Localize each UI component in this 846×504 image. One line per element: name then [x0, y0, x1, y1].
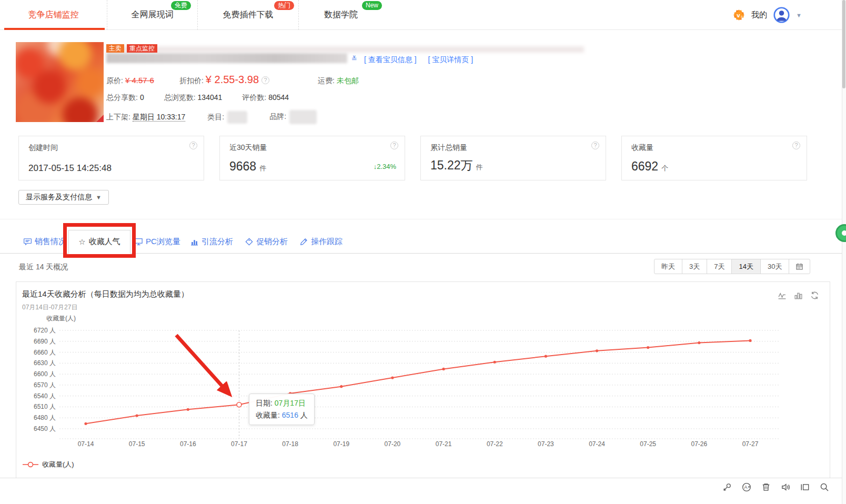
- shipping-value: 未包邮: [337, 76, 359, 86]
- tab-sales[interactable]: 销售情况: [24, 230, 66, 254]
- toggle-service-info-button[interactable]: 显示服务及支付信息 ▼: [18, 190, 109, 205]
- card-unit: 件: [259, 164, 266, 173]
- tab-pc-views[interactable]: PC浏览量: [135, 230, 180, 254]
- svg-text:6660 人: 6660 人: [34, 349, 56, 356]
- help-icon[interactable]: ?: [261, 76, 269, 84]
- tab-label: 销售情况: [35, 237, 66, 247]
- speaker-icon[interactable]: [781, 482, 790, 492]
- favorites-line-chart[interactable]: 收藏量(人)6450 人6480 人6510 人6540 人6570 人6600…: [16, 313, 830, 470]
- calendar-button[interactable]: [789, 259, 810, 274]
- help-icon[interactable]: ?: [189, 142, 197, 149]
- tab-label: 收藏人气: [89, 237, 120, 247]
- nav-tab-plugin-download[interactable]: 免费插件下载 热门: [198, 0, 299, 30]
- bottom-toolbar: A: [0, 478, 846, 504]
- review-count-value: 80544: [268, 93, 289, 102]
- seller-mini-icon: ≚: [351, 55, 357, 63]
- chart-date-range: 07月14日-07月27日: [22, 303, 77, 312]
- item-detail-page-link[interactable]: [ 宝贝详情页 ]: [428, 55, 474, 65]
- tab-traffic-analysis[interactable]: 引流分析: [190, 230, 233, 254]
- search-icon[interactable]: [820, 482, 829, 492]
- svg-text:07-15: 07-15: [129, 440, 145, 448]
- vip-level-icon[interactable]: v 3: [733, 9, 745, 21]
- line-chart-view-icon[interactable]: [778, 291, 787, 300]
- svg-text:07-19: 07-19: [333, 440, 349, 448]
- card-unit: 个: [661, 164, 668, 173]
- tab-promotion-analysis[interactable]: 促销分析: [245, 230, 288, 254]
- monitor-icon: [135, 238, 143, 246]
- svg-text:07-18: 07-18: [282, 440, 298, 448]
- svg-text:6510 人: 6510 人: [34, 403, 56, 410]
- tab-operation-tracking[interactable]: 操作跟踪: [300, 230, 343, 254]
- shipping-label: 运费:: [318, 76, 335, 86]
- nav-tab-shop-monitor[interactable]: 竞争店铺监控: [0, 0, 107, 30]
- my-account-label[interactable]: 我的: [751, 10, 767, 20]
- stat-card-sales-30d: 近30天销量 ? 9668 件 ↓2.34%: [219, 136, 405, 180]
- avatar[interactable]: [773, 7, 790, 23]
- trash-icon[interactable]: [761, 482, 771, 492]
- card-title: 创建时间: [28, 143, 194, 153]
- range-3d[interactable]: 3天: [682, 259, 707, 274]
- price-row: 原价: ¥ 4.57-6 折扣价: ¥ 2.55-3.98 ? 运费: 未包邮: [106, 74, 359, 86]
- svg-text:6720 人: 6720 人: [34, 327, 56, 334]
- svg-text:07-21: 07-21: [436, 440, 452, 448]
- range-30d[interactable]: 30天: [760, 259, 789, 274]
- tag-main-sell: 主卖: [106, 44, 124, 53]
- help-icon[interactable]: ?: [792, 142, 800, 149]
- window-icon[interactable]: [800, 482, 810, 492]
- range-7d[interactable]: 7天: [707, 259, 732, 274]
- chevron-down-icon: ▼: [96, 194, 102, 200]
- delta-down-badge: ↓2.34%: [374, 163, 396, 170]
- chart-title: 最近14天收藏分析（每日数据为均为总收藏量）: [22, 289, 189, 299]
- svg-text:6690 人: 6690 人: [34, 338, 56, 345]
- section-divider: [0, 219, 846, 219]
- bar-chart-icon: [190, 238, 198, 246]
- top-nav: 竞争店铺监控 全网展现词 免费 免费插件下载 热门 数据学院 New v 3: [0, 0, 846, 30]
- date-range-group: 昨天 3天 7天 14天 30天: [654, 259, 810, 274]
- view-count-label: 总浏览数:: [164, 93, 196, 102]
- svg-text:07-23: 07-23: [538, 440, 554, 448]
- card-value: 2017-05-15 14:25:48: [28, 163, 112, 174]
- tooltip-date-label: 日期:: [256, 399, 273, 407]
- chevron-down-icon[interactable]: ▼: [796, 12, 802, 18]
- svg-text:07-22: 07-22: [487, 440, 503, 448]
- blurred-category: [227, 111, 247, 124]
- blurred-title: [106, 53, 347, 63]
- card-value: 9668: [229, 159, 256, 174]
- nav-tab-label: 数据学院: [324, 9, 358, 21]
- range-yesterday[interactable]: 昨天: [654, 259, 682, 274]
- new-badge: New: [362, 1, 382, 10]
- svg-text:07-26: 07-26: [691, 440, 707, 448]
- view-item-info-link[interactable]: [ 查看宝贝信息 ]: [364, 55, 417, 65]
- legend-marker-icon: [23, 461, 38, 468]
- discount-price-value: ¥ 2.55-3.98: [206, 74, 259, 86]
- tab-favorites-popularity[interactable]: ☆ 收藏人气: [68, 230, 130, 254]
- help-icon[interactable]: ?: [591, 142, 599, 149]
- product-image: [16, 42, 104, 122]
- svg-text:6630 人: 6630 人: [34, 359, 56, 367]
- nav-tab-keywords[interactable]: 全网展现词 免费: [107, 0, 198, 30]
- range-14d[interactable]: 14天: [731, 259, 760, 274]
- scrollbar-thumb[interactable]: [842, 0, 845, 88]
- legend-label: 收藏量(人): [42, 460, 74, 469]
- view-count-value: 134041: [198, 93, 223, 102]
- tooltip-count-unit: 人: [300, 411, 308, 419]
- chart-tooltip: 日期: 07月17日 收藏量: 6516 人: [249, 394, 315, 425]
- font-size-icon[interactable]: A: [742, 482, 751, 492]
- svg-text:6480 人: 6480 人: [34, 414, 56, 421]
- stat-cards: 创建时间 ? 2017-05-15 14:25:48 近30天销量 ? 9668…: [18, 136, 807, 180]
- nav-tab-academy[interactable]: 数据学院 New: [299, 0, 383, 30]
- svg-text:07-25: 07-25: [640, 440, 656, 448]
- category-label: 类目:: [207, 112, 224, 120]
- tab-label: 引流分析: [202, 237, 233, 247]
- free-badge: 免费: [171, 1, 191, 10]
- bar-chart-view-icon[interactable]: [794, 291, 803, 300]
- shelf-time-value[interactable]: 星期日 10:33:17: [133, 113, 185, 122]
- stat-card-created-time: 创建时间 ? 2017-05-15 14:25:48: [18, 136, 204, 180]
- product-stats-row: 总分享数:0 总浏览数:134041 评价数:80544: [106, 93, 289, 103]
- svg-text:07-17: 07-17: [231, 440, 247, 448]
- pin-icon[interactable]: [722, 482, 732, 492]
- refresh-icon[interactable]: [810, 291, 819, 300]
- help-icon[interactable]: ?: [390, 142, 398, 149]
- legend-favorites[interactable]: 收藏量(人): [23, 460, 74, 469]
- card-title: 近30天销量: [229, 143, 395, 153]
